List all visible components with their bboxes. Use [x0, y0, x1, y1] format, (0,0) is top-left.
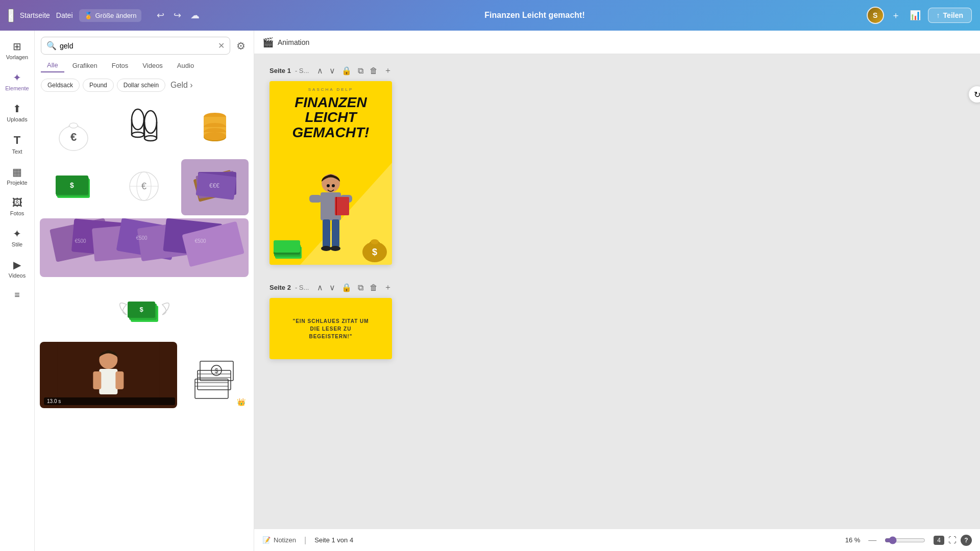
- redo-button[interactable]: ↪: [170, 8, 184, 23]
- page-2-design-card[interactable]: "EIN SCHLAUES ZITAT UMDIE LESER ZUBEGEIS…: [270, 298, 392, 359]
- svg-rect-50: [99, 369, 117, 394]
- page-2-down-button[interactable]: ∨: [327, 282, 337, 293]
- tab-alle[interactable]: Alle: [41, 59, 64, 72]
- sidebar-item-fotos[interactable]: 🖼 Fotos: [0, 192, 34, 221]
- sidebar-item-uploads[interactable]: ⬆ Uploads: [0, 97, 34, 128]
- header-right: S ＋ 📊 ↑ Teilen: [867, 7, 972, 24]
- chip-dollar-schein[interactable]: Dollar schein: [117, 79, 165, 92]
- gold-coins-svg: [198, 107, 231, 150]
- result-coin-stack[interactable]: [110, 100, 178, 156]
- animation-icon: 🎬: [262, 37, 274, 48]
- page-2-up-button[interactable]: ∧: [315, 282, 325, 293]
- filter-tabs: Alle Grafiken Fotos Videos Audio: [35, 59, 254, 77]
- svg-text:$: $: [372, 247, 377, 257]
- page-1-controls: ∧ ∨ 🔒 ⧉ 🗑 ＋: [315, 64, 394, 77]
- sidebar-item-text[interactable]: T Text: [0, 129, 34, 160]
- page-2-duplicate-button[interactable]: ⧉: [356, 282, 365, 293]
- result-cash-photo[interactable]: €€€: [181, 159, 249, 215]
- sidebar-item-elemente[interactable]: ✦ Elemente: [0, 66, 34, 96]
- chip-pound[interactable]: Pound: [83, 79, 114, 92]
- search-filter-button[interactable]: ⚙: [234, 38, 248, 54]
- notes-button[interactable]: 📝 Notizen: [262, 536, 296, 544]
- result-gold-coins[interactable]: [181, 100, 249, 156]
- tab-grafiken[interactable]: Grafiken: [66, 59, 104, 72]
- svg-point-6: [132, 132, 144, 137]
- page-1-delete-button[interactable]: 🗑: [368, 65, 380, 77]
- cash-pile-svg: €€€: [193, 159, 236, 215]
- page-2-controls: ∧ ∨ 🔒 ⧉ 🗑 ＋: [315, 281, 394, 294]
- result-woman-video[interactable]: 13.0 s: [40, 342, 177, 408]
- status-bar: 📝 Notizen | Seite 1 von 4 16 % — 4 ⛶ ?: [254, 529, 980, 551]
- page-1-duplicate-button[interactable]: ⧉: [356, 65, 365, 77]
- tab-fotos[interactable]: Fotos: [106, 59, 135, 72]
- page-1-title: FINANZEN LEICHT GEMACHT!: [270, 92, 392, 140]
- svg-text:€500: €500: [136, 235, 148, 241]
- cloud-save-button[interactable]: ☁: [187, 8, 203, 23]
- share-label: Teilen: [943, 11, 963, 19]
- page-1-add-button[interactable]: ＋: [382, 64, 394, 77]
- resize-button[interactable]: 🏅 Größe ändern: [79, 9, 142, 22]
- zoom-level: 16 %: [845, 536, 861, 544]
- chip-geldsack[interactable]: Geldsack: [41, 79, 80, 92]
- zoom-slider[interactable]: [885, 536, 925, 544]
- page-2-add-button[interactable]: ＋: [382, 281, 394, 294]
- svg-rect-67: [336, 197, 337, 215]
- search-clear-button[interactable]: ✕: [218, 41, 225, 51]
- avatar[interactable]: S: [867, 7, 884, 24]
- share-button[interactable]: ↑ Teilen: [928, 8, 972, 23]
- main-layout: ⊞ Vorlagen ✦ Elemente ⬆ Uploads T Text ▦…: [0, 31, 980, 551]
- result-winged-cash[interactable]: $: [40, 280, 249, 339]
- chips-next-button[interactable]: Geld ›: [168, 79, 195, 92]
- page-1-up-button[interactable]: ∧: [315, 65, 325, 77]
- svg-text:$: $: [70, 181, 74, 189]
- page-1-design-card[interactable]: SASCHA DELP FINANZEN LEICHT GEMACHT!: [270, 81, 392, 265]
- result-euro-globe[interactable]: €: [110, 159, 178, 215]
- tab-audio[interactable]: Audio: [171, 59, 200, 72]
- results-grid: €: [35, 96, 254, 551]
- uploads-icon: ⬆: [13, 103, 21, 115]
- elemente-label: Elemente: [5, 85, 29, 91]
- svg-text:€500: €500: [75, 238, 86, 244]
- back-button[interactable]: ‹: [8, 9, 14, 22]
- svg-text:€500: €500: [194, 238, 206, 244]
- sidebar-item-projekte[interactable]: ▦ Projekte: [0, 161, 34, 191]
- header: ‹ Startseite Datei 🏅 Größe ändern ↩ ↪ ☁ …: [0, 0, 980, 31]
- vorlagen-icon: ⊞: [13, 40, 21, 53]
- videos-label: Videos: [9, 272, 26, 279]
- home-link[interactable]: Startseite: [20, 11, 50, 19]
- result-euro-bag[interactable]: €: [40, 100, 107, 156]
- sidebar-icons: ⊞ Vorlagen ✦ Elemente ⬆ Uploads T Text ▦…: [0, 31, 35, 551]
- text-icon: T: [14, 134, 20, 147]
- add-user-button[interactable]: ＋: [889, 7, 902, 23]
- result-cash-sketch[interactable]: $ 👑: [180, 342, 249, 408]
- back-icon: ‹: [9, 10, 13, 21]
- sidebar-item-vorlagen[interactable]: ⊞ Vorlagen: [0, 35, 34, 65]
- page-1-refresh-button[interactable]: ↻: [969, 86, 980, 103]
- file-link[interactable]: Datei: [56, 11, 73, 19]
- result-euro-notes-full[interactable]: €500 €500 €500: [40, 218, 249, 277]
- result-row-3: €500 €500 €500: [40, 218, 249, 277]
- fullscreen-button[interactable]: ⛶: [946, 534, 959, 547]
- toolbar-buttons: ↩ ↪ ☁: [154, 8, 203, 23]
- canvas-scroll[interactable]: Seite 1 - S... ∧ ∨ 🔒 ⧉ 🗑 ＋ SA: [254, 54, 980, 529]
- sidebar-item-patterns[interactable]: ≡: [0, 285, 34, 306]
- svg-point-1: [69, 123, 78, 128]
- sidebar-item-videos[interactable]: ▶ Videos: [0, 254, 34, 284]
- page-2-delete-button[interactable]: 🗑: [368, 282, 380, 293]
- analytics-button[interactable]: 📊: [908, 8, 923, 23]
- page-count-badge[interactable]: 4: [934, 536, 944, 545]
- search-input[interactable]: [60, 42, 215, 50]
- video-duration-badge: 13.0 s: [44, 397, 175, 405]
- sidebar-item-stile[interactable]: ✦ Stile: [0, 222, 34, 253]
- help-button[interactable]: ?: [961, 535, 972, 546]
- tab-videos[interactable]: Videos: [136, 59, 169, 72]
- undo-button[interactable]: ↩: [154, 8, 167, 23]
- page-2-lock-button[interactable]: 🔒: [339, 282, 354, 293]
- euro-globe-svg: €: [126, 166, 162, 209]
- page-1-lock-button[interactable]: 🔒: [339, 65, 354, 77]
- filter-icon: ⚙: [236, 40, 246, 52]
- result-green-cash[interactable]: $: [40, 159, 107, 215]
- page-1-down-button[interactable]: ∨: [327, 65, 337, 77]
- page-1-money-stack-svg: [274, 240, 303, 260]
- svg-text:€€€: €€€: [209, 182, 219, 189]
